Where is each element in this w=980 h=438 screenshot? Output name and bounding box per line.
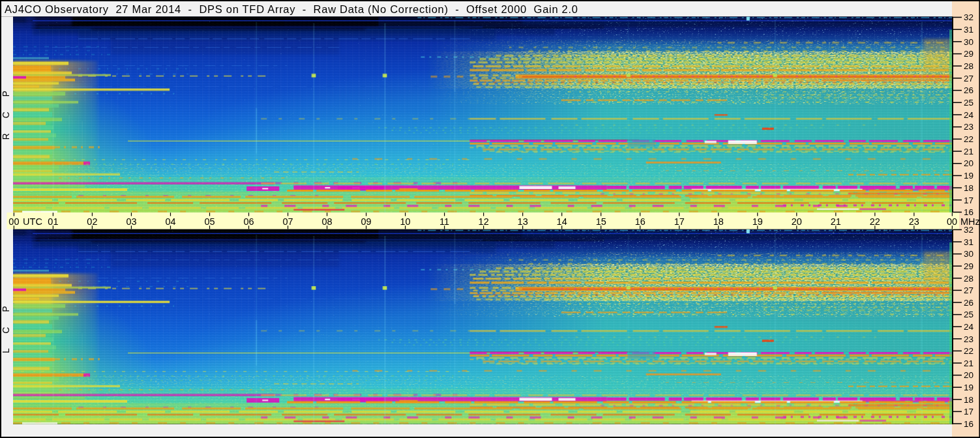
svg-text:17: 17 [674, 216, 685, 227]
svg-text:10: 10 [400, 216, 411, 227]
svg-text:32: 32 [964, 12, 973, 22]
svg-text:01: 01 [48, 216, 58, 227]
svg-text:29: 29 [964, 49, 973, 59]
svg-text:07: 07 [282, 216, 293, 227]
svg-text:23: 23 [964, 122, 973, 132]
svg-text:30: 30 [964, 249, 973, 259]
svg-text:24: 24 [964, 322, 974, 332]
svg-text:27: 27 [964, 74, 973, 83]
svg-text:29: 29 [964, 261, 973, 271]
svg-text:25: 25 [964, 98, 973, 108]
svg-text:17: 17 [964, 196, 973, 205]
svg-text:22: 22 [964, 346, 973, 356]
svg-text:09: 09 [361, 216, 372, 227]
svg-text:28: 28 [964, 274, 973, 284]
svg-text:20: 20 [964, 370, 973, 380]
svg-text:15: 15 [596, 216, 606, 227]
svg-text:12: 12 [479, 216, 489, 227]
svg-text:24: 24 [964, 110, 974, 120]
svg-text:21: 21 [831, 216, 841, 227]
svg-text:31: 31 [964, 237, 973, 247]
svg-text:25: 25 [964, 310, 973, 319]
svg-text:13: 13 [518, 216, 528, 227]
svg-text:22: 22 [870, 216, 880, 227]
svg-text:30: 30 [964, 37, 973, 47]
svg-text:05: 05 [204, 216, 215, 227]
svg-text:00: 00 [8, 216, 19, 227]
svg-text:14: 14 [557, 216, 567, 227]
svg-text:00: 00 [947, 216, 957, 227]
svg-text:AJ4CO Observatory 27 Mar 2014: AJ4CO Observatory 27 Mar 2014 - DPS on T… [5, 3, 578, 15]
svg-text:23: 23 [909, 216, 919, 227]
svg-text:19: 19 [964, 383, 973, 392]
svg-text:02: 02 [87, 216, 97, 227]
svg-text:08: 08 [321, 216, 332, 227]
svg-text:23: 23 [964, 334, 973, 344]
svg-text:17: 17 [964, 407, 973, 416]
svg-text:28: 28 [964, 61, 973, 71]
svg-text:18: 18 [964, 183, 973, 193]
svg-text:20: 20 [792, 216, 802, 227]
svg-text:UTC: UTC [23, 216, 42, 227]
svg-text:18: 18 [713, 216, 724, 227]
svg-text:16: 16 [964, 207, 973, 217]
svg-text:26: 26 [964, 298, 973, 308]
svg-text:L C P: L C P [1, 300, 11, 353]
svg-text:27: 27 [964, 285, 973, 295]
svg-text:20: 20 [964, 158, 973, 168]
svg-text:16: 16 [635, 216, 646, 227]
svg-text:04: 04 [165, 216, 175, 227]
svg-text:26: 26 [964, 85, 973, 95]
svg-text:21: 21 [964, 147, 973, 156]
svg-text:11: 11 [439, 216, 449, 227]
svg-text:06: 06 [243, 216, 254, 227]
svg-text:18: 18 [964, 395, 973, 405]
svg-text:R C P: R C P [1, 85, 11, 140]
svg-text:21: 21 [964, 358, 973, 368]
svg-text:19: 19 [964, 171, 973, 181]
svg-text:16: 16 [964, 419, 973, 429]
svg-text:22: 22 [964, 134, 973, 144]
svg-text:19: 19 [752, 216, 763, 227]
svg-text:31: 31 [964, 25, 973, 35]
svg-text:03: 03 [126, 216, 136, 227]
svg-text:32: 32 [964, 225, 973, 235]
